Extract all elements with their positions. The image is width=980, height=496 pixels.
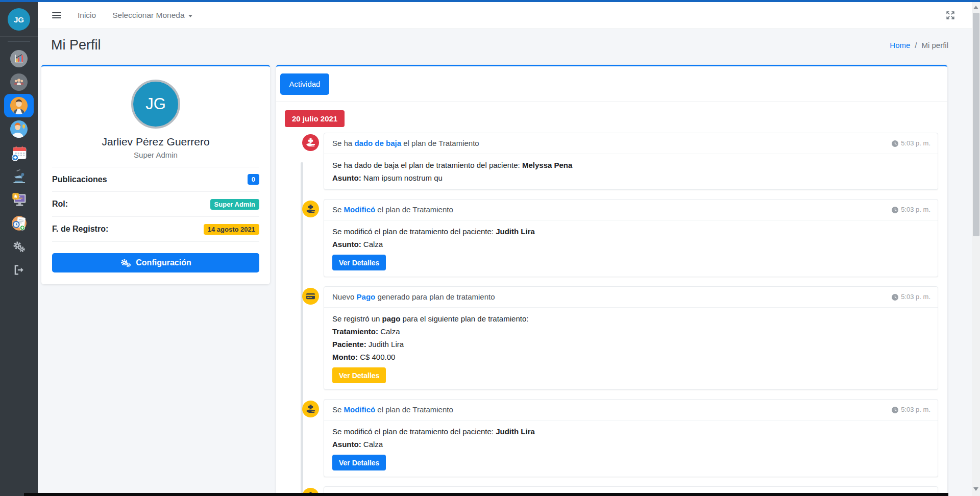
activity-item-header: Se Modificó el plan de Tratamiento 5:03 …	[324, 400, 938, 420]
sidebar-item-treatments[interactable]	[4, 164, 34, 188]
activity-body-line: Se modificó el plan de tratamiento del p…	[332, 425, 929, 438]
credit-card-icon	[302, 288, 319, 305]
dental-chair-icon	[11, 168, 28, 185]
text-segment: Se modificó el plan de tratamiento del p…	[332, 427, 496, 436]
text-segment: C$ 400.00	[358, 353, 395, 361]
calendar-plus-icon	[11, 144, 28, 161]
text-segment: Judith Lira	[366, 340, 404, 349]
activity-item-card: Nuevo Pago generado para plan de tratami…	[324, 286, 938, 390]
sidebar-item-reports[interactable]	[4, 188, 34, 211]
sidebar-item-dashboard[interactable]	[4, 47, 34, 70]
activity-item-body: Se modificó el plan de tratamiento del p…	[324, 420, 938, 477]
profile-row-label: Rol:	[52, 200, 68, 209]
vertical-scrollbar[interactable]	[972, 2, 980, 496]
activity-timeline: 20 julio 2021 Se ha dado de baja el plan…	[276, 102, 947, 496]
page-title: Mi Perfil	[51, 37, 101, 53]
activity-item-header: Se ha dado de baja el plan de Tratamient…	[324, 133, 938, 154]
hand-holding-medical-icon	[302, 401, 319, 417]
hamburger-icon[interactable]	[52, 10, 61, 20]
activity-body-line: Asunto: Calza	[332, 238, 929, 251]
gears-icon	[120, 258, 131, 268]
activity-link[interactable]: Modificó	[344, 205, 376, 214]
activity-item: Se Modificó el plan de Tratamiento 5:03 …	[324, 199, 938, 277]
breadcrumb-home-link[interactable]: Home	[890, 41, 910, 49]
scroll-up-arrow[interactable]	[973, 6, 978, 9]
text-segment: pago	[382, 314, 401, 323]
sidebar-divider	[8, 41, 30, 42]
activity-timestamp: 5:03 p. m.	[892, 204, 930, 216]
text-segment: para el siguiente plan de tratamiento:	[400, 314, 528, 323]
text-segment: Asunto:	[332, 440, 361, 449]
text-segment: Melyssa Pena	[522, 161, 572, 169]
sidebar-header: JG	[0, 8, 38, 37]
text-segment: Tratamiento:	[332, 327, 378, 336]
sidebar-item-patients[interactable]	[4, 70, 34, 94]
text-segment: Monto:	[332, 353, 358, 361]
sidebar: JG	[0, 2, 38, 496]
activity-item-title: Nuevo Pago generado para plan de tratami…	[332, 291, 495, 303]
activity-item-title: Se Modificó el plan de Tratamiento	[332, 404, 453, 416]
bar-chart-icon	[10, 50, 28, 67]
profile-row: Publicaciones0	[52, 167, 259, 192]
top-navbar: Inicio Seleccionar Moneda	[38, 2, 972, 29]
ver-detalles-button[interactable]: Ver Detalles	[332, 367, 386, 383]
activity-body-line: Se ha dado de baja el plan de tratamient…	[332, 159, 929, 171]
text-segment: Se ha	[332, 139, 354, 147]
monitor-report-icon	[11, 191, 28, 208]
activity-body-line: Asunto: Nam ipsum nostrum qu	[332, 171, 929, 184]
activity-body-line: Tratamiento: Calza	[332, 325, 929, 338]
clock-icon	[892, 207, 898, 213]
settings-button[interactable]: Configuración	[52, 253, 259, 272]
activity-card-header: Actividad	[276, 66, 947, 102]
text-segment: Calza	[378, 327, 400, 336]
breadcrumb: Home / Mi perfil	[890, 41, 948, 49]
nav-link-inicio[interactable]: Inicio	[78, 11, 96, 20]
nav-dropdown-moneda[interactable]: Seleccionar Moneda	[112, 11, 192, 20]
hand-holding-medical-icon	[302, 134, 319, 151]
bottom-edge-bar	[24, 493, 948, 496]
breadcrumb-separator: /	[915, 41, 917, 49]
text-segment: generado para plan de tratamiento	[375, 292, 495, 301]
activity-link[interactable]: Pago	[357, 292, 376, 301]
fullscreen-button[interactable]	[945, 10, 955, 20]
activity-body-line: Se modificó el plan de tratamiento del p…	[332, 225, 929, 238]
activity-link[interactable]: Modificó	[344, 405, 376, 414]
activity-item: Se Modificó el plan de Tratamiento 5:03 …	[324, 399, 938, 477]
profile-row-badge: 0	[248, 174, 259, 185]
sidebar-item-logout[interactable]	[4, 258, 34, 282]
text-segment: Asunto:	[332, 240, 361, 249]
activity-link[interactable]: dado de baja	[354, 139, 401, 147]
tab-actividad[interactable]: Actividad	[280, 73, 329, 95]
sidebar-menu	[0, 47, 38, 282]
activity-item-card: Se ha dado de baja el plan de Tratamient…	[324, 133, 938, 190]
sidebar-item-settings[interactable]	[4, 235, 34, 258]
top-accent-strip	[0, 0, 980, 2]
sidebar-item-doctors[interactable]	[4, 117, 34, 141]
profile-row-label: Publicaciones	[52, 175, 107, 184]
sidebar-item-schedule[interactable]	[4, 211, 34, 235]
sidebar-user-avatar[interactable]: JG	[8, 8, 30, 31]
doctor-icon	[10, 120, 28, 138]
scrollbar-thumb[interactable]	[973, 13, 979, 236]
scroll-down-arrow[interactable]	[973, 487, 978, 491]
text-segment: Asunto:	[332, 173, 361, 182]
schedule-document-icon	[11, 215, 28, 232]
activity-item-title: Se Modificó el plan de Tratamiento	[332, 204, 453, 216]
activity-item-header: Nuevo Pago generado para plan de tratami…	[324, 287, 938, 308]
sidebar-item-appointments[interactable]	[4, 141, 34, 164]
profile-avatar: JG	[131, 80, 180, 129]
profile-row: Rol:Super Admin	[52, 192, 259, 217]
text-segment: el plan de Tratamiento	[401, 139, 479, 147]
text-segment: Se	[332, 405, 344, 414]
text-segment: Nuevo	[332, 292, 357, 301]
clock-icon	[892, 140, 898, 147]
ver-detalles-button[interactable]: Ver Detalles	[332, 455, 386, 470]
page-header: Mi Perfil Home / Mi perfil	[38, 29, 972, 61]
profile-info-rows: Publicaciones0Rol:Super AdminF. de Regis…	[52, 167, 259, 242]
text-segment: el plan de Tratamiento	[375, 405, 453, 414]
activity-item-title: Se ha dado de baja el plan de Tratamient…	[332, 137, 479, 150]
sidebar-item-profile[interactable]	[4, 94, 34, 117]
ver-detalles-button[interactable]: Ver Detalles	[332, 255, 386, 270]
breadcrumb-current: Mi perfil	[921, 41, 948, 49]
activity-timestamp: 5:03 p. m.	[892, 291, 930, 303]
